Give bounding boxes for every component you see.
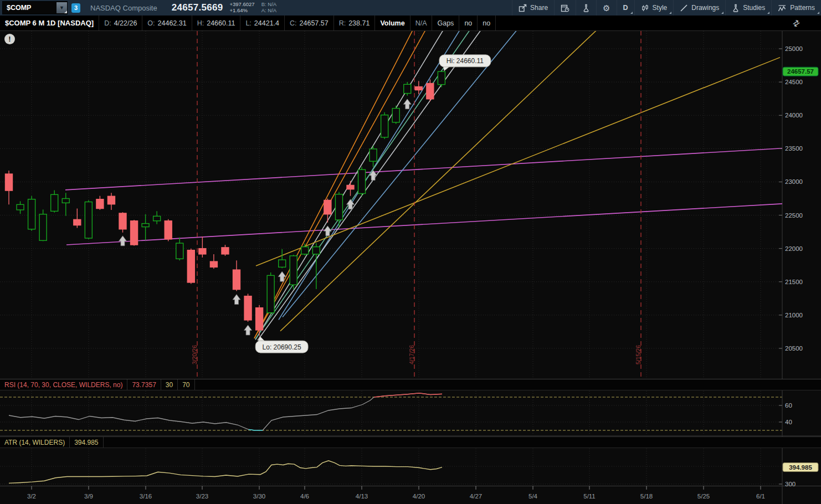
candle[interactable] bbox=[404, 82, 411, 96]
chart-header-row: $COMP 6 M 1D [NASDAQ] D:4/22/26 O:24462.… bbox=[0, 16, 821, 31]
resize-grip-icon bbox=[64, 11, 67, 13]
candlestick-style-icon bbox=[641, 4, 649, 12]
candle[interactable] bbox=[119, 212, 126, 233]
volume-label: Volume bbox=[375, 16, 410, 30]
candle[interactable] bbox=[85, 200, 92, 239]
calendar-clock-icon bbox=[561, 4, 569, 12]
candle[interactable] bbox=[290, 255, 297, 290]
link-channel-badge[interactable]: 3 bbox=[71, 3, 80, 13]
rsi-line bbox=[9, 393, 442, 430]
fan-orange-2[interactable] bbox=[254, 31, 425, 338]
rsi-study-title[interactable]: RSI (14, 70, 30, CLOSE, WILDERS, no) bbox=[0, 379, 127, 390]
alert-icon[interactable]: ! bbox=[4, 34, 15, 44]
candle[interactable] bbox=[324, 198, 331, 222]
patterns-button[interactable]: Patterns bbox=[771, 0, 821, 16]
symbol-input[interactable]: $COMP ▼ bbox=[2, 1, 68, 14]
time-axis[interactable]: 3/23/93/163/233/304/64/134/204/275/45/11… bbox=[27, 486, 765, 500]
candle[interactable] bbox=[267, 272, 274, 315]
candle[interactable] bbox=[233, 260, 240, 291]
style-button[interactable]: Style bbox=[634, 0, 674, 16]
candle[interactable] bbox=[142, 214, 149, 240]
candle[interactable] bbox=[244, 294, 252, 321]
signal-up-arrow-icon bbox=[324, 226, 331, 236]
candle[interactable] bbox=[176, 238, 183, 260]
quick-study-button[interactable] bbox=[576, 0, 596, 16]
candle[interactable] bbox=[28, 196, 35, 231]
gap-left-value: no bbox=[459, 16, 478, 30]
gear-icon: ⚙ bbox=[603, 4, 610, 12]
expiration-date-label: 5/15/26 bbox=[635, 345, 642, 364]
candle[interactable] bbox=[347, 181, 354, 196]
candle[interactable] bbox=[256, 305, 263, 336]
candle[interactable] bbox=[358, 167, 366, 196]
price-tick-label: 23000 bbox=[785, 178, 803, 185]
time-tick-label: 3/9 bbox=[84, 493, 93, 500]
candle[interactable] bbox=[153, 211, 161, 224]
ohlc-cell-open: O:24462.31 bbox=[142, 16, 192, 30]
atr-header-row: ATR (14, WILDERS) 394.985 bbox=[0, 436, 821, 448]
fan-yellow-2[interactable] bbox=[256, 58, 780, 266]
ask-value: A: N/A bbox=[261, 8, 276, 14]
expiration-date-label: 3/20/26 bbox=[191, 345, 198, 364]
candle[interactable] bbox=[39, 209, 47, 241]
events-button[interactable] bbox=[554, 0, 576, 16]
rsi-plot bbox=[9, 393, 442, 430]
rsi-oversold-segment bbox=[249, 430, 263, 431]
bid-ask: B: N/A A: N/A bbox=[261, 2, 276, 14]
candle[interactable] bbox=[187, 249, 194, 284]
candle[interactable] bbox=[6, 171, 13, 204]
candle[interactable] bbox=[165, 219, 172, 241]
candle[interactable] bbox=[312, 243, 320, 289]
rsi-tick-label: 60 bbox=[785, 402, 792, 409]
symbol-dropdown-caret-icon[interactable]: ▼ bbox=[57, 2, 67, 13]
fan-blue-2[interactable] bbox=[283, 31, 517, 317]
chevron-caret-icon bbox=[767, 12, 769, 14]
candle[interactable] bbox=[392, 106, 399, 124]
candle[interactable] bbox=[74, 209, 81, 228]
chart-settings-button[interactable]: ⚙ bbox=[596, 0, 616, 16]
atr-study-title[interactable]: ATR (14, WILDERS) bbox=[0, 437, 70, 448]
studies-button[interactable]: Studies bbox=[725, 0, 771, 16]
chart-canvas[interactable]: 3/20/264/17/265/15/26Lo: 20690.25Hi: 246… bbox=[0, 31, 821, 504]
time-tick-label: 3/2 bbox=[27, 493, 36, 500]
candle[interactable] bbox=[199, 236, 206, 258]
chevron-caret-icon bbox=[721, 12, 723, 14]
price-axis[interactable]: 2500024500240002350023000225002200021500… bbox=[779, 45, 818, 487]
candle[interactable] bbox=[51, 190, 58, 212]
fan-orange-1[interactable] bbox=[254, 31, 413, 338]
symbol-value: $COMP bbox=[3, 4, 57, 12]
drawings-button[interactable]: Drawings bbox=[673, 0, 725, 16]
candle[interactable] bbox=[279, 249, 286, 268]
candle[interactable] bbox=[427, 79, 434, 101]
time-tick-label: 6/1 bbox=[756, 493, 765, 500]
drawings-label: Drawings bbox=[691, 4, 719, 12]
channel-lower[interactable] bbox=[66, 204, 782, 245]
candle[interactable] bbox=[438, 71, 445, 88]
svg-text:24657.57: 24657.57 bbox=[787, 68, 814, 75]
svg-text:Lo: 20690.25: Lo: 20690.25 bbox=[263, 343, 301, 351]
candle[interactable] bbox=[131, 220, 138, 246]
svg-text:Hi: 24660.11: Hi: 24660.11 bbox=[447, 57, 484, 65]
signal-up-arrow-icon bbox=[403, 99, 411, 109]
share-button[interactable]: Share bbox=[512, 0, 554, 16]
signal-up-arrow-icon bbox=[244, 325, 252, 335]
price-tick-label: 23500 bbox=[785, 145, 803, 152]
candle[interactable] bbox=[222, 245, 229, 256]
time-tick-label: 3/23 bbox=[196, 493, 208, 500]
atr-tick-label: 300 bbox=[785, 481, 796, 487]
fan-silver-2[interactable] bbox=[258, 31, 481, 341]
candle[interactable] bbox=[107, 193, 115, 210]
timeframe-button[interactable]: D bbox=[617, 0, 634, 16]
candle[interactable] bbox=[210, 254, 217, 269]
candle[interactable] bbox=[96, 196, 104, 210]
drawing-line-icon bbox=[680, 4, 688, 12]
candle[interactable] bbox=[17, 201, 24, 214]
ohlc-cell-close: C:24657.57 bbox=[285, 16, 334, 30]
time-tick-label: 5/25 bbox=[697, 493, 710, 500]
candle[interactable] bbox=[370, 146, 377, 167]
candle[interactable] bbox=[62, 193, 69, 215]
ohlc-cell-high: H:24660.11 bbox=[192, 16, 241, 30]
candle[interactable] bbox=[381, 112, 388, 139]
chevron-caret-icon bbox=[669, 12, 671, 14]
channel-upper[interactable] bbox=[65, 148, 782, 190]
